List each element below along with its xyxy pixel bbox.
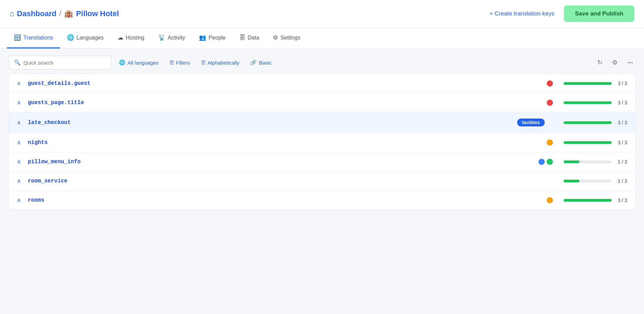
toolbar: 🔍 🌐 All languages ☰ Filters ☰ Alphabetic… [8, 56, 636, 69]
table-row[interactable]: ∧guests_page.title3 / 3 [9, 93, 635, 112]
tab-settings-label: Settings [280, 35, 300, 41]
progress-bar-bg [564, 199, 612, 202]
status-dots [547, 80, 553, 87]
activity-icon: 📡 [158, 34, 165, 41]
tab-people[interactable]: 👥 People [192, 28, 233, 48]
tab-languages[interactable]: 🌐 Languages [60, 28, 111, 48]
progress-bar-bg [564, 160, 612, 163]
filter-icon: ☰ [169, 59, 174, 66]
tab-activity-label: Activity [168, 35, 185, 41]
progress-bar-bg [564, 180, 612, 182]
tab-data[interactable]: 🗄 Data [233, 28, 266, 48]
progress-bar-bg [564, 101, 612, 104]
breadcrumb: ⌂ Dashboard / 🏨 Pillow Hotel [10, 9, 119, 18]
filters-button[interactable]: ☰ Filters [166, 57, 193, 68]
progress-text: 3 / 3 [615, 198, 627, 203]
progress-bar-fill [564, 180, 579, 182]
dashboard-link[interactable]: Dashboard [17, 9, 56, 18]
progress-text: 3 / 3 [615, 140, 627, 145]
status-dot [547, 139, 553, 146]
progress-text: 1 / 3 [615, 178, 627, 184]
basic-icon: 🔗 [250, 59, 257, 66]
translation-key-name: room_service [28, 178, 550, 184]
chevron-up-icon: ∧ [17, 197, 22, 203]
tab-activity[interactable]: 📡 Activity [151, 28, 192, 48]
nav-tabs: 🔡 Translations 🌐 Languages ☁ Hosting 📡 A… [0, 28, 644, 49]
translation-key-name: guests_page.title [28, 100, 547, 106]
hosting-icon: ☁ [118, 34, 123, 41]
all-languages-button[interactable]: 🌐 All languages [115, 57, 162, 68]
translation-key-name: guest_details.guest [28, 80, 547, 87]
progress-area: 3 / 3 [558, 140, 627, 145]
save-and-publish-button[interactable]: Save and Publish [564, 5, 634, 22]
tab-hosting[interactable]: ☁ Hosting [111, 28, 151, 48]
progress-bar-fill [564, 199, 612, 202]
chevron-up-icon: ∧ [17, 158, 22, 165]
status-dot [547, 197, 553, 203]
progress-area: 3 / 3 [558, 198, 627, 203]
more-options-button[interactable]: ··· [624, 57, 636, 69]
chevron-up-icon: ∧ [17, 139, 22, 146]
sort-icon: ☰ [201, 59, 206, 66]
tag-badge: facilities [517, 119, 545, 126]
toolbar-settings-button[interactable]: ⚙ [609, 57, 620, 68]
status-dots [547, 139, 553, 146]
progress-text: 1 / 3 [615, 159, 627, 165]
chevron-up-icon: ∧ [17, 80, 22, 87]
progress-bar-bg [564, 121, 612, 124]
hotel-name: Pillow Hotel [76, 9, 119, 18]
translation-key-name: pillow_menu_info [28, 159, 538, 165]
status-dot [538, 159, 545, 165]
translations-icon: 🔡 [14, 34, 21, 41]
progress-text: 3 / 3 [615, 81, 627, 86]
search-input[interactable] [23, 60, 106, 66]
filters-label: Filters [176, 60, 190, 66]
translation-key-name: nights [28, 139, 547, 146]
progress-bar-fill [564, 141, 612, 144]
status-dots [547, 100, 553, 106]
top-bar: ⌂ Dashboard / 🏨 Pillow Hotel + Create tr… [0, 0, 644, 28]
chevron-up-icon: ∧ [17, 99, 22, 106]
tab-data-label: Data [248, 35, 259, 41]
table-row[interactable]: ∧guest_details.guest3 / 3 [9, 74, 635, 93]
table-row[interactable]: ∧room_service1 / 3 [9, 171, 635, 191]
settings-icon: ⚙ [273, 34, 278, 41]
refresh-button[interactable]: ↻ [595, 57, 605, 68]
basic-button[interactable]: 🔗 Basic [247, 57, 275, 68]
status-dots [538, 159, 553, 165]
table-row[interactable]: ∧pillow_menu_info1 / 3 [9, 152, 635, 171]
breadcrumb-separator: / [59, 9, 61, 18]
tab-people-label: People [209, 35, 226, 41]
progress-area: 3 / 3 [558, 100, 627, 105]
table-row[interactable]: ∧late_checkoutfacilities3 / 3 [9, 112, 635, 133]
chevron-up-icon: ∧ [17, 119, 22, 126]
tab-translations-label: Translations [23, 35, 53, 41]
status-dot [547, 159, 553, 165]
tab-translations[interactable]: 🔡 Translations [7, 28, 60, 48]
tab-settings[interactable]: ⚙ Settings [266, 28, 307, 48]
status-dots [547, 197, 553, 203]
alphabetically-button[interactable]: ☰ Alphabetically [198, 57, 243, 68]
progress-bar-bg [564, 82, 612, 85]
tab-hosting-label: Hosting [126, 35, 144, 41]
progress-bar-fill [564, 101, 612, 104]
basic-label: Basic [259, 60, 271, 66]
progress-bar-bg [564, 141, 612, 144]
search-icon: 🔍 [14, 59, 21, 66]
progress-bar-fill [564, 160, 579, 163]
progress-text: 3 / 3 [615, 120, 627, 125]
hotel-icon: 🏨 [64, 9, 73, 18]
progress-text: 3 / 3 [615, 100, 627, 105]
translation-key-name: late_checkout [28, 120, 517, 126]
progress-bar-fill [564, 82, 612, 85]
table-row[interactable]: ∧nights3 / 3 [9, 133, 635, 152]
create-translation-keys-button[interactable]: + Create translation keys [486, 8, 559, 20]
status-dot [547, 100, 553, 106]
translation-key-name: rooms [28, 197, 547, 203]
table-row[interactable]: ∧rooms3 / 3 [9, 191, 635, 210]
status-dot [547, 80, 553, 87]
data-icon: 🗄 [240, 34, 245, 41]
progress-area: 1 / 3 [558, 159, 627, 165]
home-icon: ⌂ [10, 9, 14, 18]
all-languages-label: All languages [127, 60, 158, 66]
